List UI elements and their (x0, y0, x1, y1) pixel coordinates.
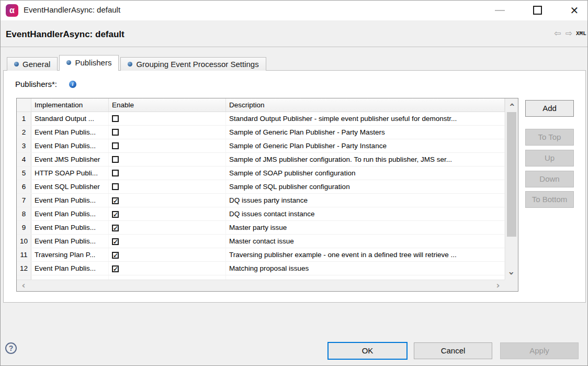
table-row[interactable]: 1Standard Output ...Standard Output Publ… (17, 112, 505, 126)
checkbox-checked-icon[interactable]: ✓ (112, 211, 119, 218)
description-cell[interactable]: Master party issue (226, 221, 505, 234)
description-cell[interactable]: Sample of SQL publisher configuration (226, 180, 505, 193)
table-row[interactable]: 9Event Plan Publis...✓Master party issue (17, 221, 505, 235)
implementation-cell[interactable]: Event Plan Publis... (31, 262, 109, 275)
row-number: 12 (17, 262, 31, 275)
checkbox-checked-icon[interactable]: ✓ (112, 225, 119, 231)
checkbox-checked-icon[interactable]: ✓ (112, 252, 119, 259)
table-row[interactable]: 8Event Plan Publis...✓DQ issues contact … (17, 207, 505, 221)
description-cell[interactable]: Matching proposal issues (226, 262, 505, 275)
description-cell[interactable]: Sample of Generic Plan Publisher - Party… (226, 139, 505, 152)
implementation-cell[interactable]: Event JMS Publisher (31, 153, 109, 166)
implementation-cell[interactable]: Event Plan Publis... (31, 126, 109, 139)
checkbox-checked-icon[interactable]: ✓ (112, 265, 119, 272)
scroll-up-icon[interactable]: › (505, 98, 518, 111)
horizontal-scrollbar[interactable]: ‹ › (17, 280, 505, 291)
implementation-cell[interactable]: Event Plan Publis... (31, 235, 109, 248)
tab-grouping-event-processor-settings[interactable]: Grouping Event Processor Settings (120, 57, 266, 71)
implementation-cell[interactable]: Event Plan Publis... (31, 221, 109, 234)
enable-cell (109, 153, 226, 166)
to-top-button: To Top (525, 129, 574, 146)
checkbox-unchecked-icon[interactable] (112, 142, 119, 149)
checkbox-unchecked-icon[interactable] (112, 115, 119, 122)
tab-general[interactable]: General (7, 57, 58, 71)
table-filler-row (17, 275, 505, 280)
row-number: 10 (17, 235, 31, 248)
add-button[interactable]: Add (525, 100, 574, 117)
table-row[interactable]: 10Event Plan Publis...✓Master contact is… (17, 235, 505, 248)
minimize-icon[interactable] (495, 10, 505, 11)
description-cell[interactable]: DQ issues contact instance (226, 207, 505, 220)
column-header-row-number[interactable] (17, 98, 31, 112)
scroll-right-icon[interactable]: › (492, 280, 504, 292)
table-row[interactable]: 5HTTP SOAP Publi...Sample of SOAP publis… (17, 167, 505, 180)
forward-arrow-icon[interactable]: ⇨ (566, 28, 572, 38)
tab-publishers[interactable]: Publishers (59, 55, 119, 71)
scroll-down-icon[interactable]: › (505, 267, 518, 280)
row-number: 9 (17, 221, 31, 234)
cancel-button[interactable]: Cancel (414, 342, 492, 359)
checkbox-unchecked-icon[interactable] (112, 170, 119, 176)
table-body: 1Standard Output ...Standard Output Publ… (17, 112, 505, 280)
back-arrow-icon[interactable]: ⇦ (554, 28, 561, 38)
vertical-scroll-thumb[interactable] (507, 112, 516, 237)
row-number: 5 (17, 167, 31, 180)
table-row[interactable]: 12Event Plan Publis...✓Matching proposal… (17, 262, 505, 275)
down-button: Down (525, 171, 574, 187)
description-cell[interactable]: Master contact issue (226, 235, 505, 248)
implementation-cell[interactable]: Standard Output ... (31, 112, 109, 125)
row-number: 1 (17, 112, 31, 125)
tab-label: Publishers (75, 58, 111, 67)
checkbox-unchecked-icon[interactable] (112, 183, 119, 190)
table-row[interactable]: 2Event Plan Publis...Sample of Generic P… (17, 126, 505, 139)
row-number: 7 (17, 194, 31, 207)
checkbox-checked-icon[interactable]: ✓ (112, 238, 119, 245)
implementation-cell[interactable]: Event Plan Publis... (31, 194, 109, 207)
table-row[interactable]: 7Event Plan Publis...✓DQ issues party in… (17, 194, 505, 207)
column-header-Description[interactable]: Description (226, 98, 505, 112)
help-icon[interactable]: ? (5, 342, 17, 354)
apply-button: Apply (500, 342, 579, 359)
description-cell[interactable]: DQ issues party instance (226, 194, 505, 207)
implementation-cell[interactable]: Event SQL Publisher (31, 180, 109, 193)
maximize-icon[interactable] (533, 6, 542, 15)
tab-bullet-icon (66, 60, 71, 65)
tab-bullet-icon (128, 62, 132, 66)
table-row[interactable]: 11Traversing Plan P...✓Traversing publis… (17, 248, 505, 262)
table-row[interactable]: 6Event SQL PublisherSample of SQL publis… (17, 180, 505, 194)
enable-cell: ✓ (109, 235, 226, 248)
description-cell[interactable]: Standard Output Publisher - simple event… (226, 112, 505, 125)
table-row[interactable]: 4Event JMS PublisherSample of JMS publis… (17, 153, 505, 167)
info-icon[interactable]: i (69, 81, 76, 88)
implementation-cell[interactable]: Traversing Plan P... (31, 248, 109, 261)
checkbox-checked-icon[interactable]: ✓ (112, 197, 119, 204)
checkbox-unchecked-icon[interactable] (112, 129, 119, 136)
enable-cell (109, 180, 226, 193)
implementation-cell[interactable]: Event Plan Publis... (31, 139, 109, 152)
publishers-table: ImplementationEnableDescription 1Standar… (16, 98, 518, 292)
checkbox-unchecked-icon[interactable] (112, 156, 119, 163)
vertical-scrollbar[interactable]: › › (505, 98, 518, 280)
scroll-left-icon[interactable]: ‹ (18, 280, 29, 292)
implementation-cell[interactable]: Event Plan Publis... (31, 207, 109, 220)
description-cell[interactable]: Sample of SOAP publisher configuration (226, 167, 505, 180)
ok-button[interactable]: OK (327, 342, 408, 360)
implementation-cell[interactable]: HTTP SOAP Publi... (31, 167, 109, 180)
xml-view-button[interactable]: XML (576, 30, 586, 37)
close-icon[interactable]: ✕ (568, 4, 581, 17)
chevron-left-icon: ‹ (21, 280, 25, 291)
column-header-Enable[interactable]: Enable (109, 98, 226, 112)
table-content: ImplementationEnableDescription 1Standar… (17, 98, 505, 280)
column-header-Implementation[interactable]: Implementation (31, 98, 109, 112)
description-cell[interactable]: Sample of Generic Plan Publisher - Party… (226, 126, 505, 139)
enable-cell (109, 167, 226, 180)
description-cell[interactable]: Sample of JMS publisher configuration. T… (226, 153, 505, 166)
enable-cell: ✓ (109, 248, 226, 261)
row-number: 4 (17, 153, 31, 166)
publishers-label: Publishers*: (15, 80, 57, 88)
table-row[interactable]: 3Event Plan Publis...Sample of Generic P… (17, 139, 505, 153)
description-cell[interactable]: Traversing publisher example - one event… (226, 248, 505, 261)
enable-cell: ✓ (109, 262, 226, 275)
up-button: Up (525, 150, 574, 167)
enable-cell (109, 126, 226, 139)
